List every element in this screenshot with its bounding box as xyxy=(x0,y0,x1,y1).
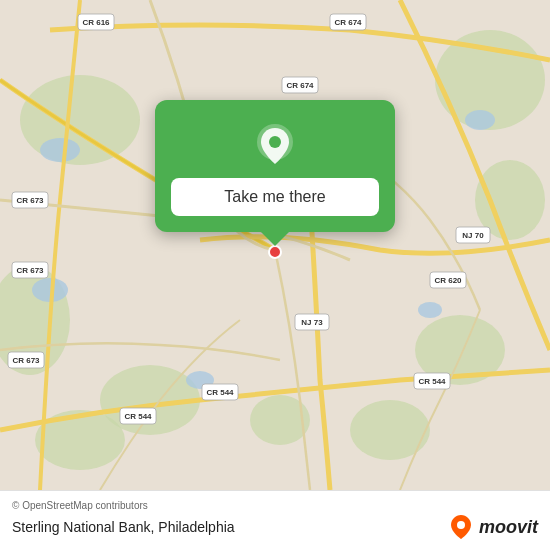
take-me-there-button[interactable]: Take me there xyxy=(171,178,379,216)
svg-text:CR 673: CR 673 xyxy=(16,266,44,275)
svg-text:CR 674: CR 674 xyxy=(286,81,314,90)
svg-point-43 xyxy=(269,136,281,148)
svg-text:NJ 70: NJ 70 xyxy=(462,231,484,240)
svg-text:CR 544: CR 544 xyxy=(206,388,234,397)
svg-text:CR 673: CR 673 xyxy=(12,356,40,365)
svg-text:CR 674: CR 674 xyxy=(334,18,362,27)
map-container: CR 616 CR 674 CR 674 CR 673 CR 673 CR 67… xyxy=(0,0,550,490)
svg-text:CR 544: CR 544 xyxy=(418,377,446,386)
svg-text:CR 620: CR 620 xyxy=(434,276,462,285)
svg-text:CR 673: CR 673 xyxy=(16,196,44,205)
svg-point-41 xyxy=(269,246,281,258)
bottom-bar: © OpenStreetMap contributors Sterling Na… xyxy=(0,490,550,550)
svg-point-44 xyxy=(457,521,465,529)
svg-text:CR 544: CR 544 xyxy=(124,412,152,421)
svg-point-11 xyxy=(465,110,495,130)
location-label: Sterling National Bank, Philadelphia xyxy=(12,519,235,535)
svg-point-10 xyxy=(40,138,80,162)
map-attribution: © OpenStreetMap contributors xyxy=(12,500,538,511)
svg-point-1 xyxy=(20,75,140,165)
location-pin-icon xyxy=(251,120,299,168)
moovit-pin-icon xyxy=(447,513,475,541)
svg-text:CR 616: CR 616 xyxy=(82,18,110,27)
moovit-brand-text: moovit xyxy=(479,517,538,538)
svg-point-7 xyxy=(350,400,430,460)
svg-point-13 xyxy=(418,302,442,318)
popup-card: Take me there xyxy=(155,100,395,232)
moovit-logo: moovit xyxy=(447,513,538,541)
svg-text:NJ 73: NJ 73 xyxy=(301,318,323,327)
